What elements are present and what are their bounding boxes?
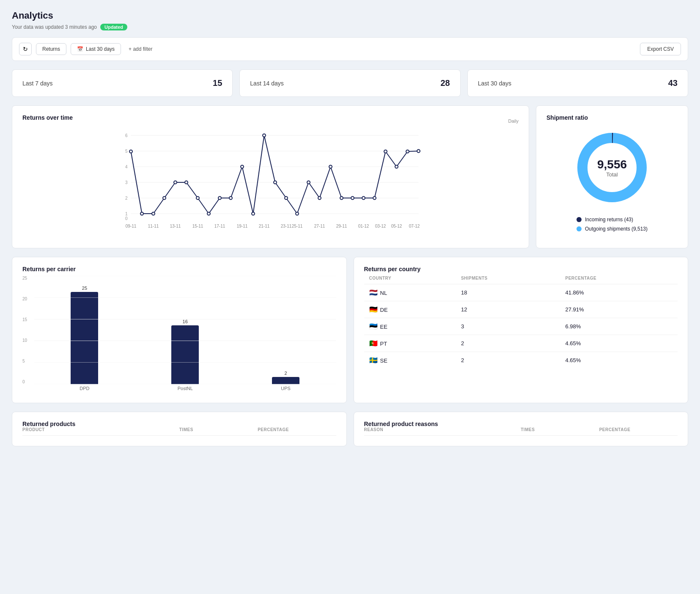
svg-point-13 [129, 150, 132, 153]
add-filter-button[interactable]: + add filter [125, 44, 156, 55]
country-table-row: 🇵🇹PT 2 4.65% [364, 335, 678, 352]
bar-dpd-rect [71, 292, 98, 384]
page-title: Analytics [12, 10, 688, 21]
svg-text:27-11: 27-11 [314, 224, 325, 228]
bar-dpd: 25 [71, 286, 98, 384]
calendar-icon: 📅 [77, 46, 83, 52]
svg-point-19 [196, 197, 199, 200]
svg-text:25-11: 25-11 [292, 224, 303, 228]
country-shipments: 2 [456, 335, 560, 352]
updated-badge: Updated [100, 24, 127, 30]
bar-postnl-value: 16 [183, 319, 188, 324]
country-table-row: 🇳🇱NL 18 41.86% [364, 284, 678, 301]
country-percentage: 27.91% [560, 301, 678, 318]
svg-point-25 [263, 134, 266, 137]
col-country: COUNTRY [364, 272, 456, 284]
svg-point-31 [329, 165, 332, 168]
bar-postnl: 16 [171, 319, 199, 384]
svg-text:07-12: 07-12 [409, 224, 420, 228]
svg-point-18 [185, 181, 188, 184]
stat-card-7days: Last 7 days 15 [12, 69, 233, 97]
returned-reasons-title: Returned product reasons [364, 421, 438, 427]
bar-postnl-rect [171, 325, 199, 384]
country-flag-code: 🇵🇹PT [364, 335, 456, 352]
svg-point-26 [274, 181, 277, 184]
bar-ups: 2 [272, 371, 299, 384]
bar-x-label-ups: UPS [272, 386, 299, 394]
legend-dot-outgoing [576, 226, 582, 231]
svg-text:23-11: 23-11 [281, 224, 292, 228]
export-csv-button[interactable]: Export CSV [640, 43, 681, 55]
svg-text:01-12: 01-12 [358, 224, 369, 228]
country-percentage: 6.98% [560, 318, 678, 335]
stat-value-7days: 15 [213, 78, 222, 88]
date-range-button[interactable]: 📅 Last 30 days [71, 43, 121, 55]
svg-text:2: 2 [125, 196, 128, 201]
svg-point-28 [296, 212, 299, 215]
country-flag-code: 🇳🇱NL [364, 284, 456, 301]
svg-point-27 [285, 197, 288, 200]
svg-point-24 [252, 212, 255, 215]
returns-filter-button[interactable]: Returns [36, 43, 66, 55]
bar-dpd-value: 25 [82, 286, 87, 291]
stat-card-30days: Last 30 days 43 [467, 69, 688, 97]
svg-point-23 [241, 165, 244, 168]
legend-dot-incoming [576, 217, 582, 222]
svg-point-35 [373, 197, 376, 200]
country-percentage: 4.65% [560, 352, 678, 369]
returned-products-title: Returned products [22, 421, 75, 427]
bar-x-label-dpd: DPD [71, 386, 98, 394]
donut-container: 9,556 Total [574, 129, 650, 206]
stat-value-14days: 28 [440, 78, 450, 88]
svg-text:29-11: 29-11 [336, 224, 347, 228]
returned-products-row: Returned products PRODUCT TIMES PERCENTA… [12, 412, 688, 446]
svg-text:19-11: 19-11 [237, 224, 248, 228]
line-chart-svg: 6 5 4 3 2 1 0 [22, 131, 519, 233]
country-shipments: 12 [456, 301, 560, 318]
returned-products-card: Returned products PRODUCT TIMES PERCENTA… [12, 412, 347, 446]
svg-point-20 [207, 212, 210, 215]
rp-col-times: TIMES [179, 427, 258, 432]
country-flag-code: 🇪🇪EE [364, 318, 456, 335]
col-percentage: PERCENTAGE [560, 272, 678, 284]
country-table-row: 🇪🇪EE 3 6.98% [364, 318, 678, 335]
country-table-scroll[interactable]: COUNTRY SHIPMENTS PERCENTAGE 🇳🇱NL 18 41.… [364, 272, 678, 368]
svg-text:21-11: 21-11 [259, 224, 270, 228]
svg-point-29 [307, 181, 310, 184]
svg-text:11-11: 11-11 [148, 224, 159, 228]
stat-label-7days: Last 7 days [22, 80, 53, 87]
legend-label-outgoing: Outgoing shipments (9,513) [585, 226, 648, 232]
stat-value-30days: 43 [668, 78, 678, 88]
shipment-ratio-title: Shipment ratio [546, 114, 588, 121]
svg-point-14 [140, 212, 143, 215]
svg-point-22 [229, 197, 232, 200]
svg-text:15-11: 15-11 [192, 224, 203, 228]
country-flag-code: 🇸🇪SE [364, 352, 456, 369]
toolbar: ↻ Returns 📅 Last 30 days + add filter Ex… [12, 37, 688, 61]
col-shipments: SHIPMENTS [456, 272, 560, 284]
returns-per-country-card: Returns per country COUNTRY SHIPMENTS PE… [354, 257, 689, 403]
country-table-row: 🇸🇪SE 2 4.65% [364, 352, 678, 369]
bar-x-label-postnl: PostNL [171, 386, 199, 394]
svg-point-17 [174, 181, 177, 184]
rr-col-pct: PERCENTAGE [599, 427, 678, 432]
rr-col-reason: REASON [364, 427, 521, 432]
svg-text:05-12: 05-12 [391, 224, 402, 228]
stat-card-14days: Last 14 days 28 [239, 69, 460, 97]
returns-chart-title: Returns over time [22, 114, 73, 121]
donut-wrapper: 9,556 Total Incoming returns (43) Outgoi… [546, 121, 678, 239]
refresh-button[interactable]: ↻ [19, 43, 32, 55]
returns-over-time-card: Returns over time Daily 6 5 4 3 2 1 0 [12, 105, 529, 248]
rp-col-pct: PERCENTAGE [258, 427, 336, 432]
svg-point-36 [384, 150, 387, 153]
subtitle-text: Your data was updated 3 minutes ago [12, 24, 97, 30]
stats-row: Last 7 days 15 Last 14 days 28 Last 30 d… [12, 69, 688, 97]
svg-point-39 [417, 150, 420, 153]
svg-point-32 [340, 197, 343, 200]
svg-text:13-11: 13-11 [170, 224, 181, 228]
y-label-15: 15 [22, 317, 27, 322]
country-flag-code: 🇩🇪DE [364, 301, 456, 318]
svg-point-34 [362, 197, 365, 200]
donut-total: 9,556 [597, 158, 627, 171]
country-shipments: 3 [456, 318, 560, 335]
